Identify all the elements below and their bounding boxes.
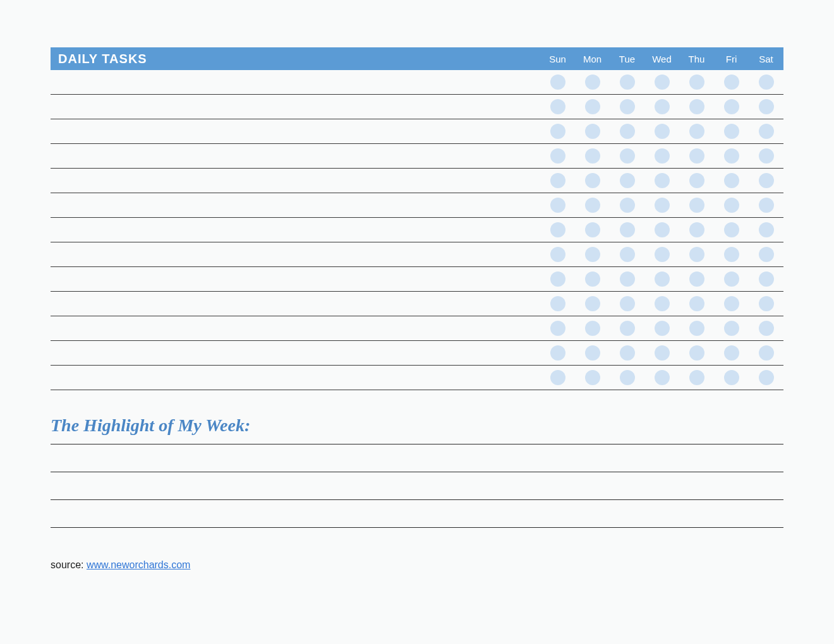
task-dot[interactable]: [689, 75, 704, 90]
task-dot[interactable]: [550, 173, 565, 188]
task-dot[interactable]: [585, 321, 600, 336]
task-dot[interactable]: [724, 148, 739, 164]
task-dot[interactable]: [759, 75, 774, 90]
task-dot[interactable]: [724, 321, 739, 336]
task-dot[interactable]: [689, 296, 704, 311]
task-dot[interactable]: [585, 345, 600, 361]
task-dot[interactable]: [759, 148, 774, 164]
task-input-line[interactable]: [51, 341, 540, 365]
task-input-line[interactable]: [51, 366, 540, 390]
task-input-line[interactable]: [51, 218, 540, 242]
task-dot[interactable]: [620, 296, 635, 311]
task-dot[interactable]: [759, 296, 774, 311]
task-dot[interactable]: [585, 148, 600, 164]
task-dot[interactable]: [724, 173, 739, 188]
task-dot[interactable]: [585, 222, 600, 237]
highlight-line[interactable]: [51, 500, 783, 528]
task-dot[interactable]: [620, 148, 635, 164]
task-dot[interactable]: [724, 296, 739, 311]
task-dot[interactable]: [759, 99, 774, 114]
task-dot[interactable]: [759, 173, 774, 188]
task-dot[interactable]: [585, 124, 600, 139]
task-dot[interactable]: [724, 198, 739, 213]
task-dot[interactable]: [585, 370, 600, 385]
task-dot[interactable]: [655, 148, 670, 164]
task-dot[interactable]: [620, 321, 635, 336]
task-dot[interactable]: [550, 321, 565, 336]
task-dot[interactable]: [759, 321, 774, 336]
task-dot[interactable]: [655, 222, 670, 237]
task-dot[interactable]: [550, 75, 565, 90]
task-dot[interactable]: [550, 345, 565, 361]
highlight-line[interactable]: [51, 439, 783, 444]
task-dot[interactable]: [655, 271, 670, 287]
task-dot[interactable]: [620, 124, 635, 139]
task-dot[interactable]: [759, 370, 774, 385]
task-dot[interactable]: [620, 370, 635, 385]
task-dot[interactable]: [724, 370, 739, 385]
task-dot[interactable]: [585, 173, 600, 188]
task-dot[interactable]: [550, 247, 565, 262]
task-dot[interactable]: [620, 222, 635, 237]
source-link[interactable]: www.neworchards.com: [87, 559, 191, 570]
task-dot[interactable]: [689, 271, 704, 287]
task-dot[interactable]: [585, 198, 600, 213]
task-dot[interactable]: [689, 173, 704, 188]
task-dot[interactable]: [689, 198, 704, 213]
task-dot[interactable]: [724, 271, 739, 287]
task-dot[interactable]: [689, 321, 704, 336]
task-dot[interactable]: [655, 370, 670, 385]
task-dot[interactable]: [759, 198, 774, 213]
highlight-line[interactable]: [51, 444, 783, 472]
task-dot[interactable]: [689, 99, 704, 114]
task-dot[interactable]: [689, 345, 704, 361]
task-dot[interactable]: [655, 173, 670, 188]
task-dot[interactable]: [585, 99, 600, 114]
task-dot[interactable]: [620, 173, 635, 188]
task-dot[interactable]: [689, 370, 704, 385]
task-dot[interactable]: [585, 75, 600, 90]
task-dot[interactable]: [585, 271, 600, 287]
task-dot[interactable]: [620, 247, 635, 262]
task-input-line[interactable]: [51, 169, 540, 193]
task-dot[interactable]: [620, 75, 635, 90]
task-dot[interactable]: [689, 124, 704, 139]
task-dot[interactable]: [759, 345, 774, 361]
task-dot[interactable]: [550, 124, 565, 139]
task-dot[interactable]: [550, 198, 565, 213]
task-input-line[interactable]: [51, 119, 540, 143]
task-dot[interactable]: [620, 198, 635, 213]
task-dot[interactable]: [759, 271, 774, 287]
task-dot[interactable]: [550, 296, 565, 311]
task-dot[interactable]: [724, 345, 739, 361]
task-dot[interactable]: [550, 222, 565, 237]
task-dot[interactable]: [550, 271, 565, 287]
task-input-line[interactable]: [51, 95, 540, 119]
task-dot[interactable]: [620, 99, 635, 114]
task-dot[interactable]: [655, 99, 670, 114]
task-input-line[interactable]: [51, 242, 540, 266]
task-dot[interactable]: [620, 345, 635, 361]
task-dot[interactable]: [689, 247, 704, 262]
task-dot[interactable]: [655, 75, 670, 90]
task-dot[interactable]: [759, 247, 774, 262]
task-dot[interactable]: [655, 124, 670, 139]
task-dot[interactable]: [759, 222, 774, 237]
task-input-line[interactable]: [51, 267, 540, 291]
task-dot[interactable]: [689, 222, 704, 237]
task-dot[interactable]: [585, 247, 600, 262]
task-dot[interactable]: [550, 99, 565, 114]
task-dot[interactable]: [585, 296, 600, 311]
task-dot[interactable]: [655, 321, 670, 336]
task-input-line[interactable]: [51, 70, 540, 94]
task-dot[interactable]: [655, 198, 670, 213]
task-input-line[interactable]: [51, 292, 540, 316]
task-dot[interactable]: [689, 148, 704, 164]
task-dot[interactable]: [724, 124, 739, 139]
highlight-line[interactable]: [51, 472, 783, 500]
task-input-line[interactable]: [51, 316, 540, 340]
task-input-line[interactable]: [51, 144, 540, 168]
task-dot[interactable]: [655, 247, 670, 262]
task-dot[interactable]: [655, 345, 670, 361]
task-dot[interactable]: [550, 148, 565, 164]
